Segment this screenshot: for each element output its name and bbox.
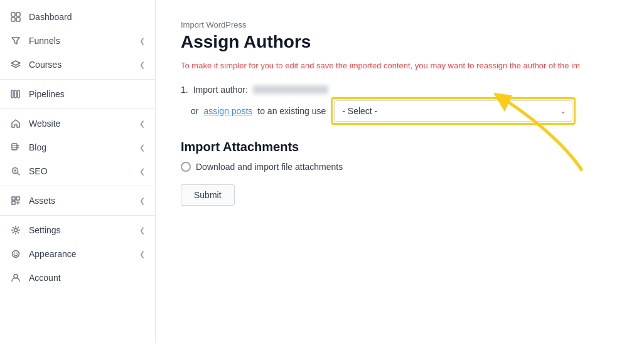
assets-icon <box>10 195 21 206</box>
sidebar-item-pipelines[interactable]: Pipelines <box>0 82 155 106</box>
sidebar-item-label: Website <box>29 119 60 129</box>
sidebar: Dashboard Funnels ❮ Courses ❮ <box>0 0 156 343</box>
pipelines-icon <box>10 88 21 100</box>
sidebar-item-settings[interactable]: Settings ❮ <box>0 218 155 242</box>
sidebar-item-blog[interactable]: Blog ❮ <box>0 135 155 159</box>
blog-icon <box>10 142 21 153</box>
import-attachments-section: Import Attachments Download and import f… <box>181 140 619 172</box>
svg-rect-6 <box>18 90 19 98</box>
main-content: Import WordPress Assign Authors To make … <box>156 0 644 343</box>
download-label: Download and import file attachments <box>196 162 343 172</box>
svg-rect-1 <box>16 13 20 16</box>
sidebar-item-label: Pipelines <box>29 89 65 99</box>
svg-rect-9 <box>12 197 15 200</box>
description-text: To make it simpler for you to edit and s… <box>181 60 619 72</box>
download-checkbox-row: Download and import file attachments <box>181 162 619 172</box>
import-author-label: Import author: <box>193 85 248 95</box>
import-author-row: 1. Import author: <box>181 85 619 95</box>
appearance-icon <box>10 248 21 260</box>
select-highlighted-wrapper: - Select - ⌄ <box>331 97 576 125</box>
divider <box>0 215 155 216</box>
sidebar-item-funnels[interactable]: Funnels ❮ <box>0 29 155 53</box>
sidebar-item-assets[interactable]: Assets ❮ <box>0 189 155 213</box>
select-wrapper: - Select - ⌄ <box>334 100 572 122</box>
sidebar-item-label: Settings <box>29 225 61 235</box>
divider <box>0 186 155 186</box>
sidebar-item-label: Courses <box>29 60 62 70</box>
svg-rect-0 <box>11 13 15 16</box>
submit-button[interactable]: Submit <box>181 184 235 206</box>
sidebar-item-label: Funnels <box>29 36 60 46</box>
funnels-icon <box>10 35 21 46</box>
download-checkbox[interactable] <box>181 162 191 172</box>
svg-rect-5 <box>14 90 16 98</box>
chevron-icon: ❮ <box>139 37 145 45</box>
attachments-title: Import Attachments <box>181 140 619 154</box>
svg-rect-2 <box>11 18 15 21</box>
courses-icon <box>10 59 21 70</box>
svg-rect-10 <box>16 197 19 200</box>
sidebar-item-dashboard[interactable]: Dashboard <box>0 5 155 29</box>
assign-row: or assign posts to an existing use - Sel… <box>191 97 619 125</box>
chevron-icon: ❮ <box>139 120 145 128</box>
chevron-icon: ❮ <box>139 250 145 258</box>
website-icon <box>10 118 21 129</box>
chevron-icon: ❮ <box>139 226 145 235</box>
blurred-author <box>253 85 328 94</box>
sidebar-item-label: SEO <box>29 166 48 176</box>
sidebar-item-label: Dashboard <box>29 12 72 22</box>
divider <box>0 108 155 109</box>
sidebar-item-courses[interactable]: Courses ❮ <box>0 53 155 77</box>
svg-point-12 <box>14 229 18 232</box>
sidebar-item-label: Appearance <box>29 249 77 259</box>
seo-icon <box>10 166 21 177</box>
assign-text: to an existing use <box>257 106 326 116</box>
svg-point-15 <box>16 253 18 254</box>
svg-rect-3 <box>16 18 20 21</box>
svg-point-14 <box>14 253 15 254</box>
sidebar-item-label: Blog <box>29 142 46 152</box>
dashboard-icon <box>10 11 21 23</box>
svg-rect-4 <box>11 90 13 98</box>
import-section: 1. Import author: or assign posts to an … <box>181 85 619 125</box>
sidebar-item-label: Account <box>29 273 61 283</box>
chevron-icon: ❮ <box>139 167 145 176</box>
chevron-icon: ❮ <box>139 197 145 205</box>
or-text: or <box>191 106 198 116</box>
chevron-icon: ❮ <box>139 61 145 69</box>
chevron-icon: ❮ <box>139 144 145 152</box>
step-number: 1. <box>181 85 188 95</box>
sidebar-item-seo[interactable]: SEO ❮ <box>0 159 155 183</box>
sidebar-item-website[interactable]: Website ❮ <box>0 112 155 135</box>
divider <box>0 79 155 80</box>
svg-point-16 <box>14 275 18 278</box>
sidebar-item-account[interactable]: Account <box>0 266 155 290</box>
sidebar-item-appearance[interactable]: Appearance ❮ <box>0 242 155 266</box>
svg-point-13 <box>13 251 19 258</box>
page-title: Assign Authors <box>181 32 619 52</box>
page-subtitle: Import WordPress <box>181 20 619 29</box>
svg-rect-11 <box>12 201 15 204</box>
account-icon <box>10 272 21 283</box>
sidebar-item-label: Assets <box>29 196 55 206</box>
assign-posts-link[interactable]: assign posts <box>203 106 252 116</box>
author-select[interactable]: - Select - <box>334 100 572 122</box>
settings-icon <box>10 224 21 236</box>
